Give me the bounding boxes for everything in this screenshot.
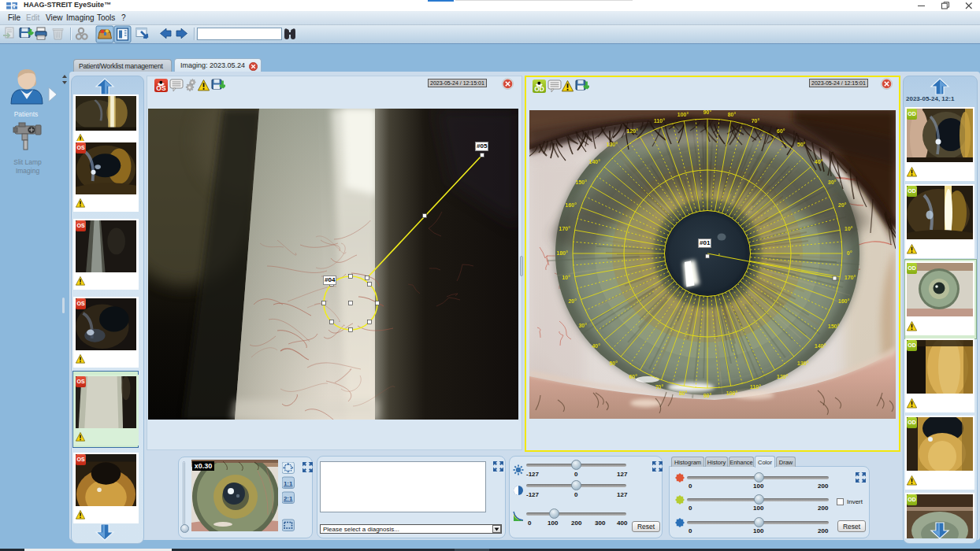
svg-text:20°: 20° <box>838 202 847 208</box>
svg-text:30°: 30° <box>578 323 587 328</box>
svg-text:50°: 50° <box>609 361 618 366</box>
svg-text:40°: 40° <box>592 343 600 349</box>
svg-text:OD: OD <box>534 85 544 93</box>
svg-text:150°: 150° <box>828 324 840 329</box>
svg-text:1:1: 1:1 <box>284 480 293 487</box>
svg-text:120°: 120° <box>777 374 789 379</box>
svg-text:30°: 30° <box>828 179 837 185</box>
svg-text:140°: 140° <box>589 159 601 165</box>
svg-text:80°: 80° <box>728 112 737 117</box>
svg-text:10°: 10° <box>845 226 853 231</box>
svg-text:150°: 150° <box>576 179 588 185</box>
svg-text:60°: 60° <box>629 374 637 379</box>
svg-text:180°: 180° <box>557 250 569 256</box>
svg-text:160°: 160° <box>566 202 577 208</box>
svg-text:10°: 10° <box>562 275 570 280</box>
svg-text:130°: 130° <box>797 361 809 366</box>
svg-text:70°: 70° <box>752 118 760 124</box>
svg-text:90°: 90° <box>703 110 712 115</box>
svg-text:100°: 100° <box>726 390 738 396</box>
svg-text:50°: 50° <box>797 142 806 147</box>
svg-text:40°: 40° <box>815 159 823 165</box>
svg-text:OS: OS <box>156 84 166 92</box>
svg-text:2:1: 2:1 <box>284 495 293 502</box>
svg-text:100°: 100° <box>677 112 689 117</box>
svg-text:170°: 170° <box>559 226 571 231</box>
svg-text:130°: 130° <box>607 142 618 147</box>
svg-text:120°: 120° <box>627 128 639 134</box>
svg-text:70°: 70° <box>655 384 664 390</box>
svg-text:80°: 80° <box>679 390 688 396</box>
svg-text:160°: 160° <box>838 298 850 304</box>
svg-text:140°: 140° <box>815 343 826 349</box>
svg-text:110°: 110° <box>750 384 761 390</box>
svg-text:170°: 170° <box>845 275 856 280</box>
svg-text:60°: 60° <box>777 128 785 134</box>
svg-text:90°: 90° <box>703 393 712 398</box>
svg-text:0°: 0° <box>847 250 852 256</box>
svg-text:20°: 20° <box>568 298 577 304</box>
svg-text:110°: 110° <box>654 118 665 124</box>
